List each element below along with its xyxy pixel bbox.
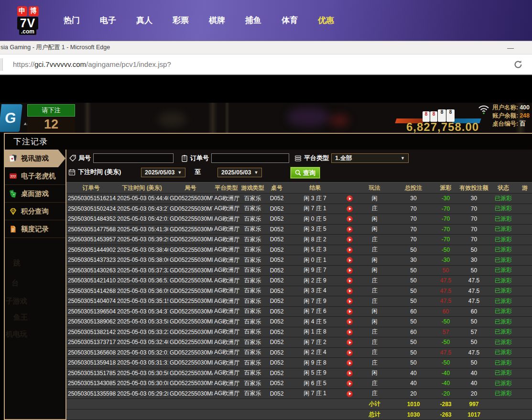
window-title: sia Gaming - 用户配置 1 - Microsoft Edge (0, 43, 110, 52)
nav-item[interactable]: 彩票 (173, 15, 189, 26)
cell-result: 闲 3 庄 5 (288, 224, 342, 235)
cell-bet-type: 庄 (357, 245, 392, 255)
cell-extra (515, 276, 532, 286)
sidebar-item-credit-records[interactable]: 额度记录 (5, 220, 65, 238)
column-header: 总投注 (392, 183, 435, 194)
slot-777-icon: 777 (9, 172, 17, 180)
panel-title: 下注记录 (5, 134, 532, 150)
grand-total-valid-bet: 1017 (456, 409, 491, 420)
sidebar-item-live-games[interactable]: ♥ 视讯游戏 (5, 150, 65, 167)
cell-table: D052 (265, 245, 288, 255)
refresh-icon[interactable] (513, 59, 523, 70)
play-replay-icon[interactable] (347, 298, 353, 304)
cell-status: 已派彩 (491, 337, 515, 348)
cell-game-type: 百家乐 (240, 337, 265, 348)
cell-time: 2025-05-03 05:39:29 (116, 235, 168, 245)
play-replay-icon[interactable] (347, 391, 353, 397)
play-replay-icon[interactable] (347, 329, 353, 335)
platform-type-select[interactable]: 1.全部▼ (331, 153, 409, 163)
cell-total-bet: 50 (392, 337, 435, 348)
table-row: 2505030513965042025-05-03 05:34:37GD0522… (66, 306, 532, 317)
table-row: 2505030514302632025-05-03 05:37:32GD0522… (66, 265, 532, 276)
nav-item[interactable]: 电子 (100, 15, 116, 26)
play-replay-icon[interactable] (347, 288, 353, 294)
cell-valid-bet: 57 (456, 327, 491, 337)
nav-item[interactable]: 热门 (64, 15, 80, 26)
cell-bet-type: 闲 (357, 265, 392, 276)
nav-item[interactable]: 体育 (282, 15, 298, 26)
cell-replay (342, 317, 357, 327)
play-replay-icon[interactable] (347, 226, 353, 233)
play-replay-icon[interactable] (347, 309, 353, 315)
play-replay-icon[interactable] (347, 380, 353, 387)
play-replay-icon[interactable] (347, 206, 353, 212)
nav-item[interactable]: 棋牌 (209, 15, 225, 26)
cell-payout: -50 (435, 337, 456, 348)
sidebar-item-label: 桌面游戏 (21, 189, 49, 198)
bet-records-table: 订单号下注时间 (美东)局号平台类型游戏类型桌号结果玩法总投注派彩有效投注额状态… (66, 182, 532, 420)
cell-status: 已派彩 (491, 388, 515, 399)
cell-valid-bet: 60 (456, 306, 491, 317)
column-header: 下注时间 (美东) (116, 183, 168, 194)
play-replay-icon[interactable] (347, 339, 353, 345)
date-to-select[interactable]: 2025/05/03▼ (217, 168, 262, 177)
column-header: 订单号 (66, 183, 116, 194)
cell-bet-type: 庄 (357, 296, 392, 307)
play-replay-icon[interactable] (347, 195, 353, 202)
play-replay-icon[interactable] (347, 370, 353, 377)
play-replay-icon[interactable] (347, 360, 353, 366)
play-replay-icon[interactable] (347, 319, 353, 325)
sidebar-item-slots[interactable]: 777 电子老虎机 (5, 167, 65, 185)
cell-payout: -70 (435, 214, 456, 225)
cell-round: GD052255030MH (168, 296, 213, 307)
table-row: 2505030515162142025-05-03 05:44:40GD0522… (66, 194, 532, 204)
cell-status: 已派彩 (491, 306, 515, 317)
dominoes-icon (9, 190, 17, 198)
sidebar-item-points-query[interactable]: 积分查询 (5, 203, 65, 220)
cell-payout: -50 (435, 358, 456, 368)
cell-table: D052 (265, 194, 288, 204)
cell-payout: -70 (435, 224, 456, 235)
cell-result: 闲 7 庄 1 (288, 388, 342, 399)
round-number-input[interactable] (93, 153, 174, 163)
play-replay-icon[interactable] (347, 247, 353, 253)
play-replay-icon[interactable] (347, 350, 353, 356)
cell-platform: AG欧洲厅 (213, 337, 240, 348)
date-from-select[interactable]: 2025/05/03▼ (141, 168, 185, 177)
cell-time: 2025-05-03 05:32:01 (116, 347, 168, 358)
cell-time: 2025-05-03 05:34:37 (116, 306, 168, 317)
order-number-input[interactable] (211, 153, 289, 163)
nav-item[interactable]: 捕鱼 (245, 15, 261, 26)
countdown-box: 12 (27, 117, 75, 133)
search-button[interactable]: 查询 (291, 167, 320, 178)
site-logo[interactable]: 申 博 7V .com (12, 6, 43, 35)
nav-item[interactable]: 真人 (136, 15, 152, 26)
play-replay-icon[interactable] (347, 257, 353, 263)
browser-urlbar[interactable]: https://gci.7vvvvvv.com/agingame/pcv1/in… (0, 54, 532, 75)
sidebar-item-table-games[interactable]: 桌面游戏 (5, 185, 65, 203)
url-text[interactable]: https://gci.7vvvvvv.com/agingame/pcv1/in… (13, 60, 171, 68)
cell-order: 250503051359418 (66, 358, 116, 368)
play-replay-icon[interactable] (347, 237, 353, 243)
cell-bet-type: 闲 (357, 317, 392, 327)
column-header: 玩法 (357, 183, 392, 194)
nav-item[interactable]: 优惠 (318, 15, 334, 26)
play-replay-icon[interactable] (347, 268, 353, 274)
grand-total-total-bet: 1030 (392, 409, 435, 420)
minimize-button[interactable]: — (507, 44, 514, 52)
subtotal-valid-bet: 997 (456, 399, 491, 409)
cell-result: 闲 5 庄 3 (288, 245, 342, 255)
cell-extra (515, 358, 532, 368)
cell-table: D052 (265, 368, 288, 378)
play-replay-icon[interactable] (347, 216, 353, 222)
cards-icon: ♥ (9, 154, 17, 162)
chevron-down-icon: ▼ (401, 156, 405, 161)
cell-order: 250503051484352 (66, 214, 116, 225)
cell-valid-bet: 70 (456, 214, 491, 225)
cell-round: GD052255030MM (168, 245, 213, 255)
play-replay-icon[interactable] (347, 278, 353, 284)
table-row: 2505030514843522025-05-03 05:42:01GD0522… (66, 214, 532, 225)
cell-extra (515, 204, 532, 214)
betting-records-panel: 下注记录 ♥ 视讯游戏 777 电子老虎机 (4, 133, 532, 420)
cell-replay (342, 265, 357, 276)
